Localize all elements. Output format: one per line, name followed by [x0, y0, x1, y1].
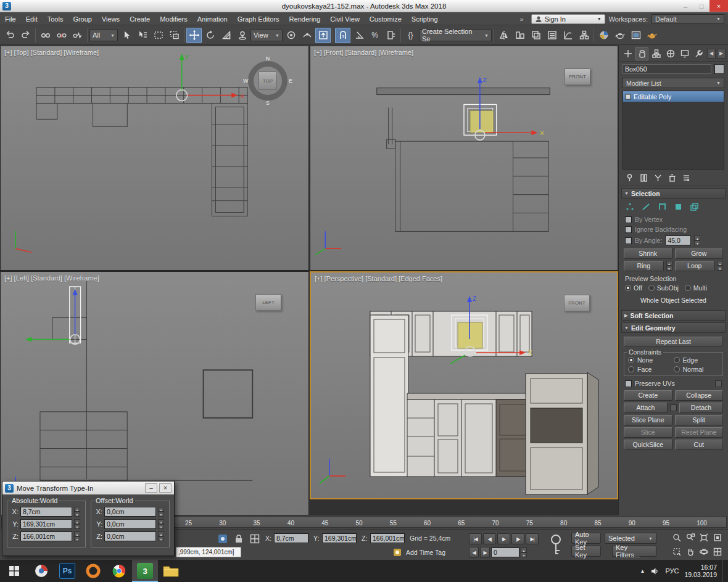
configure-modifier-sets-icon[interactable]: [682, 173, 691, 182]
go-to-start-button[interactable]: |◀: [469, 533, 482, 544]
frame-spinner[interactable]: ▲▼: [521, 547, 527, 557]
menu-scripting[interactable]: Scripting: [407, 15, 443, 23]
by-vertex-checkbox[interactable]: [625, 216, 632, 223]
tab-create-icon[interactable]: [621, 47, 634, 60]
play-button[interactable]: ▶: [497, 533, 510, 544]
by-angle-checkbox[interactable]: [625, 237, 632, 244]
select-by-name-icon[interactable]: [134, 28, 150, 43]
select-and-move-icon[interactable]: [186, 28, 202, 43]
pin-stack-icon[interactable]: [625, 173, 634, 182]
viewcube-west-label[interactable]: W: [243, 78, 249, 84]
loop-spinner[interactable]: ▲▼: [717, 261, 723, 271]
vertex-mode-icon[interactable]: [625, 202, 635, 212]
offset-x-spinner[interactable]: ▲▼: [158, 507, 164, 517]
selection-rollout-header[interactable]: ▼ Selection: [621, 188, 726, 199]
zoom-all-icon[interactable]: [684, 531, 697, 544]
selection-lock-icon[interactable]: [233, 533, 244, 544]
minimize-button[interactable]: –: [677, 0, 693, 12]
shrink-button[interactable]: Shrink: [624, 248, 672, 259]
viewport-top[interactable]: [+] [Top] [Standard] [Wireframe] TOP N S…: [0, 46, 309, 271]
auto-key-button[interactable]: Auto Key: [571, 533, 601, 544]
taskbar-chrome-icon[interactable]: [106, 560, 132, 582]
time-tag-icon[interactable]: [392, 547, 402, 557]
zoom-extents-all-icon[interactable]: [711, 531, 724, 544]
select-and-scale-icon[interactable]: [218, 28, 234, 43]
collapse-button[interactable]: Collapse: [675, 390, 724, 401]
dialog-close-button[interactable]: ×: [159, 483, 172, 493]
previous-frame-button[interactable]: ◀|: [483, 533, 496, 544]
repeat-last-button[interactable]: Repeat Last: [624, 337, 723, 347]
loop-button[interactable]: Loop: [675, 261, 715, 271]
ring-spinner[interactable]: ▲▼: [666, 261, 672, 271]
use-pivot-center-icon[interactable]: [283, 28, 299, 43]
detach-button[interactable]: Detach: [679, 403, 723, 413]
viewcube-east-label[interactable]: E: [289, 78, 292, 84]
taskbar-explorer-icon[interactable]: [158, 560, 184, 582]
preview-off-radio[interactable]: [625, 285, 631, 291]
render-production-icon[interactable]: [644, 28, 660, 43]
viewport-left-label[interactable]: [+] [Left] [Standard] [Wireframe]: [4, 274, 99, 282]
render-setup-icon[interactable]: [612, 28, 627, 43]
key-back-button[interactable]: ◀: [469, 547, 479, 558]
menu-create[interactable]: Create: [125, 15, 155, 23]
viewcube[interactable]: TOP N S W E: [244, 57, 291, 104]
tab-motion-icon[interactable]: [664, 47, 677, 60]
object-color-swatch[interactable]: [714, 64, 724, 74]
quickslice-button[interactable]: QuickSlice: [624, 440, 672, 450]
offset-y-field[interactable]: 0,0cm: [104, 519, 156, 529]
window-crossing-toggle-icon[interactable]: [167, 28, 182, 43]
absolute-y-field[interactable]: 169,301cm: [20, 519, 72, 529]
window-titlebar[interactable]: 3 dyoukovskaya21-152.max - Autodesk 3ds …: [0, 0, 728, 12]
select-object-icon[interactable]: [118, 28, 134, 43]
preserve-uvs-checkbox[interactable]: [625, 380, 632, 387]
remove-modifier-icon[interactable]: [668, 173, 677, 182]
offset-z-field[interactable]: 0,0cm: [104, 531, 156, 541]
soft-selection-rollout-header[interactable]: ▶ Soft Selection: [621, 310, 726, 321]
go-to-end-button[interactable]: ▶|: [526, 533, 539, 544]
menu-file[interactable]: File: [0, 15, 21, 23]
split-button[interactable]: Split: [675, 415, 724, 425]
constraint-edge-radio[interactable]: [674, 357, 680, 363]
menu-views[interactable]: Views: [97, 15, 125, 23]
viewcube-north-label[interactable]: N: [266, 55, 270, 62]
schematic-view-icon[interactable]: [576, 28, 592, 43]
current-frame-field[interactable]: 0: [491, 547, 519, 557]
angle-snap-toggle-icon[interactable]: [351, 28, 366, 43]
zoom-extents-icon[interactable]: [697, 531, 710, 544]
menubar-overflow-icon[interactable]: »: [516, 15, 527, 23]
redo-icon[interactable]: [18, 28, 33, 43]
menu-civil-view[interactable]: Civil View: [325, 15, 364, 23]
tab-hierarchy-icon[interactable]: [650, 47, 663, 60]
tab-display-icon[interactable]: [679, 47, 692, 60]
constraint-none-radio[interactable]: [628, 357, 634, 363]
link-icon[interactable]: [38, 28, 53, 43]
make-unique-icon[interactable]: [653, 173, 663, 182]
viewcube-front-box[interactable]: FRONT: [565, 68, 590, 85]
add-time-tag-label[interactable]: Add Time Tag: [406, 549, 445, 556]
dialog-titlebar[interactable]: 3 Move Transform Type-In – ×: [2, 482, 174, 494]
constraint-face-radio[interactable]: [628, 366, 634, 372]
polygon-mode-icon[interactable]: [673, 202, 684, 212]
mirror-icon[interactable]: [496, 28, 511, 43]
menu-modifiers[interactable]: Modifiers: [155, 15, 192, 23]
by-angle-spinner[interactable]: ▲▼: [694, 236, 700, 245]
menu-customize[interactable]: Customize: [365, 15, 407, 23]
select-and-rotate-icon[interactable]: [202, 28, 218, 43]
volume-icon[interactable]: [650, 567, 660, 576]
keyboard-shortcut-override-icon[interactable]: [315, 28, 331, 43]
preview-subobj-radio[interactable]: [648, 285, 655, 291]
edit-geometry-rollout-header[interactable]: ▼ Edit Geometry: [621, 322, 726, 333]
key-forward-button[interactable]: ▶: [480, 547, 490, 558]
ignore-backfacing-checkbox[interactable]: [625, 226, 632, 233]
absolute-x-field[interactable]: 8,7cm: [20, 507, 72, 517]
viewport-perspective-label[interactable]: [+] [Perspective] [Standard] [Edged Face…: [315, 275, 442, 282]
select-and-manipulate-icon[interactable]: [299, 28, 315, 43]
preview-multi-radio[interactable]: [685, 285, 691, 291]
unlink-icon[interactable]: [54, 28, 69, 43]
sign-in-button[interactable]: Sign In ▼: [531, 14, 605, 24]
absolute-x-spinner[interactable]: ▲▼: [74, 507, 80, 517]
ring-button[interactable]: Ring: [624, 261, 664, 271]
bind-to-spacewarp-icon[interactable]: [70, 28, 85, 43]
menu-rendering[interactable]: Rendering: [284, 15, 326, 23]
absolute-y-spinner[interactable]: ▲▼: [74, 519, 80, 529]
